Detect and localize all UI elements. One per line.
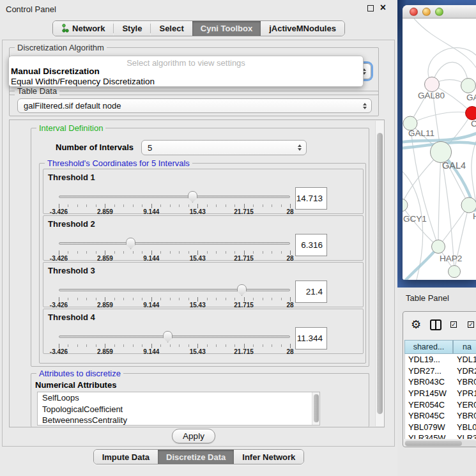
option-manual-discretization[interactable]: Manual Discretization: [11, 66, 100, 76]
apply-button[interactable]: Apply: [172, 429, 215, 443]
table-row[interactable]: YLR345WYLR3: [405, 433, 476, 439]
node-label: H: [473, 211, 476, 221]
table-row[interactable]: YPR145WYPR1: [405, 388, 476, 399]
node-label: GAL4: [442, 160, 466, 171]
threshold-1-value[interactable]: 14.713: [295, 187, 327, 210]
column-header-shared-name[interactable]: shared...: [404, 340, 453, 354]
list-item-selfloops[interactable]: SelfLoops: [38, 392, 319, 404]
table-panel-title: Table Panel: [406, 293, 449, 303]
node-label: GCY1: [403, 214, 427, 224]
num-intervals-combo[interactable]: 5: [141, 140, 307, 155]
node-ga[interactable]: [461, 79, 476, 93]
threshold-3-block: Threshold 3 -3.4262.8599.14415.4321.7152…: [43, 262, 364, 307]
combo-stepper-icon: [363, 103, 367, 109]
control-panel-titlebar: Control Panel ×: [0, 0, 397, 18]
threshold-2-slider[interactable]: -3.4262.8599.14415.4321.71528: [59, 236, 290, 259]
slider-track[interactable]: [59, 335, 290, 338]
num-intervals-value: 5: [148, 143, 152, 153]
node-gcy1[interactable]: [403, 199, 408, 211]
column-split-icon[interactable]: [430, 319, 441, 330]
threshold-4-slider[interactable]: -3.4262.8599.14415.4321.71528: [59, 330, 290, 353]
table-data-title: Table Data: [15, 86, 59, 96]
table-row[interactable]: YBR043CYBR0: [405, 376, 476, 388]
threshold-3-slider[interactable]: -3.4262.8599.14415.4321.71528: [59, 283, 290, 306]
close-traffic-light-icon[interactable]: [410, 8, 418, 16]
threshold-1-slider[interactable]: -3.4262.8599.14415.4321.71528: [59, 190, 290, 213]
numerical-attributes-list: SelfLoops TopologicalCoefficient Between…: [37, 392, 320, 426]
threshold-1-label: Threshold 1: [48, 173, 95, 182]
horizontal-scrollbar[interactable]: [404, 440, 476, 447]
table-data-group: Table Data galFiltered.sif default node: [9, 91, 379, 116]
num-intervals-label: Number of Intervals: [56, 142, 134, 152]
list-scrollbar[interactable]: [312, 392, 319, 425]
list-item-topologicalcoefficient[interactable]: TopologicalCoefficient: [38, 404, 319, 415]
threshold-4-value[interactable]: 11.344: [295, 327, 327, 349]
table-panel-inner: ⚙ ✓ ✓ shared... na YDL19...YDL1 YDR27...…: [403, 311, 476, 447]
tab-infer-network[interactable]: Infer Network: [234, 450, 303, 464]
option-equal-width-frequency[interactable]: Equal Width/Frequency Discretization: [11, 77, 155, 86]
tab-select[interactable]: Select: [151, 21, 192, 36]
table-toolbar: ⚙ ✓ ✓: [403, 312, 476, 337]
list-scrollbar-thumb[interactable]: [314, 394, 319, 422]
network-window-titlebar[interactable]: [403, 5, 476, 19]
bottom-tab-bar: Impute Data Discretize Data Infer Networ…: [0, 449, 397, 464]
table-row[interactable]: YBL079WYBL0: [405, 422, 476, 433]
column-header-name[interactable]: na: [453, 340, 476, 354]
tab-cyni-toolbox[interactable]: Cyni Toolbox: [192, 21, 261, 36]
vertical-scrollbar[interactable]: [375, 121, 384, 426]
horizontal-scrollbar-thumb[interactable]: [405, 441, 462, 446]
slider-scale-labels: -3.4262.8599.14415.4321.71528: [59, 302, 290, 309]
close-icon[interactable]: ×: [380, 4, 386, 11]
tab-network[interactable]: Network: [53, 21, 113, 36]
slider-thumb[interactable]: [237, 284, 247, 296]
node-gal80[interactable]: [425, 77, 440, 92]
node-h[interactable]: [461, 197, 476, 213]
slider-track[interactable]: [59, 242, 290, 245]
gear-icon[interactable]: ⚙: [411, 319, 421, 330]
minimize-traffic-light-icon[interactable]: [422, 8, 431, 16]
slider-thumb[interactable]: [163, 331, 173, 342]
table-row[interactable]: YDL19...YDL1: [405, 354, 476, 365]
threshold-4-label: Threshold 4: [48, 312, 95, 322]
node-bottom[interactable]: [449, 266, 461, 278]
algorithm-dropdown-popup: Select algorithm to view settings Manual…: [8, 56, 364, 87]
float-window-icon[interactable]: [367, 5, 374, 12]
node-label: GAL80: [418, 91, 445, 100]
node-selected-red[interactable]: [466, 107, 476, 120]
settings-scroll-panel: Interval Definition Number of Intervals …: [9, 119, 385, 427]
checkbox-icon[interactable]: ✓: [450, 321, 457, 328]
slider-track[interactable]: [59, 196, 290, 198]
node-gal4[interactable]: [431, 142, 452, 163]
node-label: HAP2: [440, 254, 462, 263]
tab-style[interactable]: Style: [114, 21, 150, 36]
table-row[interactable]: YER054CYER0: [405, 399, 476, 410]
tab-discretize-data[interactable]: Discretize Data: [158, 450, 234, 464]
table-row[interactable]: YBR045CYBR0: [405, 410, 476, 422]
node-label: GAL11: [408, 128, 434, 138]
table-row[interactable]: YDR27...YDR2: [405, 365, 476, 377]
tab-impute-data[interactable]: Impute Data: [94, 450, 158, 464]
threshold-2-value[interactable]: 6.316: [295, 234, 327, 256]
vertical-scrollbar-thumb[interactable]: [377, 133, 383, 414]
slider-track[interactable]: [59, 289, 290, 291]
numerical-attributes-label: Numerical Attributes: [35, 380, 116, 390]
panel-title: Control Panel: [6, 4, 56, 14]
slider-scale-labels: -3.4262.8599.14415.4321.71528: [59, 348, 290, 355]
tab-jactivemnodules[interactable]: jActiveMNodules: [261, 21, 344, 36]
slider-scale-labels: -3.4262.8599.14415.4321.71528: [59, 255, 290, 262]
slider-thumb[interactable]: [188, 191, 197, 203]
list-item-betweennesscentrality[interactable]: BetweennessCentrality: [38, 415, 319, 426]
zoom-traffic-light-icon[interactable]: [435, 8, 443, 16]
checkbox-icon[interactable]: ✓: [468, 321, 474, 328]
interval-definition-title: Interval Definition: [36, 123, 105, 133]
node-hap2[interactable]: [432, 240, 445, 254]
network-canvas[interactable]: GAL80 GA C GAL11 GAL4 GCY1 H HAP2: [403, 19, 476, 280]
threshold-3-value[interactable]: 21.4: [295, 280, 327, 303]
slider-thumb[interactable]: [126, 238, 135, 249]
table-data-combo[interactable]: galFiltered.sif default node: [17, 98, 372, 113]
threshold-4-block: Threshold 4 -3.4262.8599.14415.4321.7152…: [43, 309, 364, 354]
cyni-content-panel: Discretization Algorithm Select algorith…: [2, 40, 395, 447]
discretization-algorithm-title: Discretization Algorithm: [15, 43, 107, 52]
threshold-3-label: Threshold 3: [48, 266, 95, 275]
top-tab-bar: Network Style Select Cyni Toolbox jActiv…: [0, 20, 397, 36]
